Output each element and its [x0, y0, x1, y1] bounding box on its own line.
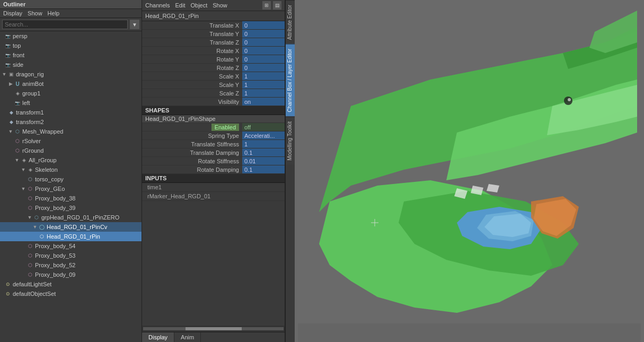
channel-row-spring-type[interactable]: Spring Type Accelerati...: [142, 131, 285, 140]
tree-item-proxy-body-54[interactable]: ⬡ Proxy_body_54: [0, 241, 142, 251]
channel-label: Scale Y: [142, 82, 242, 88]
tree-item-proxy-body-38[interactable]: ⬡ Proxy_body_38: [0, 194, 142, 203]
tab-attribute-editor[interactable]: Attribute Editor: [286, 0, 295, 44]
tree-item-left[interactable]: 📷 left: [0, 98, 142, 108]
scrollbar[interactable]: [142, 326, 285, 332]
channel-row-rotate-x[interactable]: Rotate X 0: [142, 47, 285, 55]
camera-icon: 📷: [4, 32, 12, 40]
tree-item-proxy-body-53[interactable]: ⬡ Proxy_body_53: [0, 251, 142, 260]
search-dropdown-button[interactable]: ▼: [130, 20, 139, 29]
tab-channel-box[interactable]: Channel Box / Layer Editor: [286, 44, 295, 117]
proxy-icon: ⬡: [27, 252, 34, 259]
camera-icon: 📷: [4, 42, 12, 49]
tree-item-grphead[interactable]: ▼ ⬡ grpHead_RGD_01_rPinZERO: [0, 213, 142, 222]
expand-icon: ▼: [32, 224, 38, 230]
tree-item-torso-copy[interactable]: ⬡ torso_copy: [0, 174, 142, 184]
svg-point-17: [568, 98, 571, 101]
input-item-rmarker[interactable]: rMarker_Head_RGD_01: [142, 192, 285, 201]
tab-anim[interactable]: Anim: [174, 332, 201, 342]
channel-row-scale-y[interactable]: Scale Y 1: [142, 81, 285, 89]
proxy-icon: ⬡: [27, 242, 34, 250]
proxy-icon: ⬡: [14, 147, 21, 154]
channel-row-enabled[interactable]: Enabled off: [142, 123, 285, 131]
tree-item-dragon-rig[interactable]: ▼ ▣ dragon_rig: [0, 69, 142, 79]
tree-item-rsolver[interactable]: ⬡ rSolver: [0, 136, 142, 146]
channel-row-visibility[interactable]: Visibility on: [142, 98, 285, 106]
channel-row-rotate-damping[interactable]: Rotate Damping 0.1: [142, 165, 285, 174]
tree-item-animbot[interactable]: ▶ U animBot: [0, 79, 142, 89]
outliner-menu-help[interactable]: Help: [48, 10, 60, 16]
channel-value: Accelerati...: [242, 131, 285, 139]
outliner-menu-show[interactable]: Show: [28, 10, 42, 16]
channel-row-scale-z[interactable]: Scale Z 1: [142, 89, 285, 98]
tree-item-head-rgd-pin[interactable]: ⬡ Head_RGD_01_rPin: [0, 232, 142, 241]
tree-item-proxy-body-52[interactable]: ⬡ Proxy_body_52: [0, 260, 142, 270]
tree-label: Proxy_GEo: [35, 186, 65, 192]
tree-item-persp[interactable]: 📷 persp: [0, 31, 142, 41]
tree-item-proxy-geo[interactable]: ▼ ⬡ Proxy_GEo: [0, 184, 142, 194]
channel-icon-btn-2[interactable]: ▤: [273, 1, 281, 10]
tree-label: Mesh_Wrapped: [22, 128, 63, 135]
tree-item-rground[interactable]: ⬡ rGround: [0, 146, 142, 155]
tree-item-skeleton[interactable]: ▼ ◈ Skeleton: [0, 165, 142, 174]
proxy-icon: ⬡: [27, 185, 34, 192]
tree-item-proxy-body-39[interactable]: ⬡ Proxy_body_39: [0, 203, 142, 213]
channel-row-translate-stiffness[interactable]: Translate Stiffness 1: [142, 140, 285, 148]
channel-value: 0.1: [242, 165, 285, 173]
channel-menu-channels[interactable]: Channels: [145, 2, 170, 8]
channel-row-translate-z[interactable]: Translate Z 0: [142, 38, 285, 47]
channel-menu-object[interactable]: Object: [190, 2, 207, 8]
input-item-time1[interactable]: time1: [142, 183, 285, 192]
channel-menu-show[interactable]: Show: [213, 2, 227, 8]
channel-row-scale-x[interactable]: Scale X 1: [142, 72, 285, 81]
transform-icon: ◆: [7, 109, 15, 116]
outliner-panel: Outliner Display Show Help ▼ 📷 persp 📷 t…: [0, 0, 142, 342]
tree-item-top[interactable]: 📷 top: [0, 41, 142, 50]
channel-icon-btn-1[interactable]: ⊞: [262, 1, 271, 10]
tree-item-mesh-wrapped[interactable]: ▼ ⬡ Mesh_Wrapped: [0, 127, 142, 136]
tree-item-group1[interactable]: ◈ group1: [0, 89, 142, 98]
viewport[interactable]: [295, 0, 644, 342]
proxy-icon: ⬡: [27, 195, 34, 202]
mesh-icon: ⬡: [14, 128, 21, 135]
channel-value: 0: [242, 64, 285, 72]
tree-item-front[interactable]: 📷 front: [0, 50, 142, 60]
channel-row-translate-x[interactable]: Translate X 0: [142, 21, 285, 30]
channel-label: Translate Z: [142, 39, 242, 46]
anim-icon: U: [14, 80, 21, 87]
tree-item-defaultobjectset[interactable]: ⊙ defaultObjectSet: [0, 289, 142, 299]
tree-item-side[interactable]: 📷 side: [0, 60, 142, 69]
expand-icon: ▼: [27, 215, 33, 220]
tree-label: left: [22, 100, 30, 106]
tree-label: transform1: [16, 109, 44, 116]
channel-row-translate-damping[interactable]: Translate Damping 0.1: [142, 148, 285, 157]
expand-icon: ▼: [20, 167, 27, 172]
channel-value: 0: [242, 47, 285, 55]
expand-icon: ▼: [7, 129, 14, 134]
channel-label: Enabled: [142, 124, 242, 130]
channel-row-rotate-y[interactable]: Rotate Y 0: [142, 55, 285, 64]
tree-item-transform2[interactable]: ◆ transform2: [0, 117, 142, 127]
search-input[interactable]: [2, 20, 128, 29]
shape-name[interactable]: Head_RGD_01_rPinShape: [142, 115, 285, 123]
channel-panel: Channels Edit Object Show ⊞ ▤ Head_RGD_0…: [142, 0, 285, 342]
outliner-menu-display[interactable]: Display: [3, 10, 22, 16]
tab-display[interactable]: Display: [142, 332, 174, 342]
channel-row-translate-y[interactable]: Translate Y 0: [142, 30, 285, 38]
scrollbar-thumb[interactable]: [186, 327, 242, 330]
tree-item-transform1[interactable]: ◆ transform1: [0, 108, 142, 117]
channel-row-rotate-z[interactable]: Rotate Z 0: [142, 64, 285, 72]
tree-item-head-rgd-pinCv[interactable]: ▼ ◯ Head_RGD_01_rPinCv: [0, 222, 142, 232]
tree-label: group1: [22, 90, 40, 97]
channel-value: off: [242, 123, 285, 131]
selected-object-name: Head_RGD_01_rPin: [145, 13, 199, 19]
tree-label: All_rGroup: [29, 157, 57, 163]
tree-item-all-rgroup[interactable]: ▼ ◈ All_rGroup: [0, 155, 142, 165]
tab-modelling-toolkit[interactable]: Modelling Toolkit: [286, 117, 295, 165]
tree-item-proxy-body-09[interactable]: ⬡ Proxy_body_09: [0, 270, 142, 279]
tree-item-defaultlightset[interactable]: ⊙ defaultLightSet: [0, 279, 142, 289]
channel-row-rotate-stiffness[interactable]: Rotate Stiffness 0.01: [142, 157, 285, 165]
channel-menu-edit[interactable]: Edit: [175, 2, 185, 8]
channel-value: 0.1: [242, 148, 285, 156]
channel-value: 0.01: [242, 157, 285, 165]
